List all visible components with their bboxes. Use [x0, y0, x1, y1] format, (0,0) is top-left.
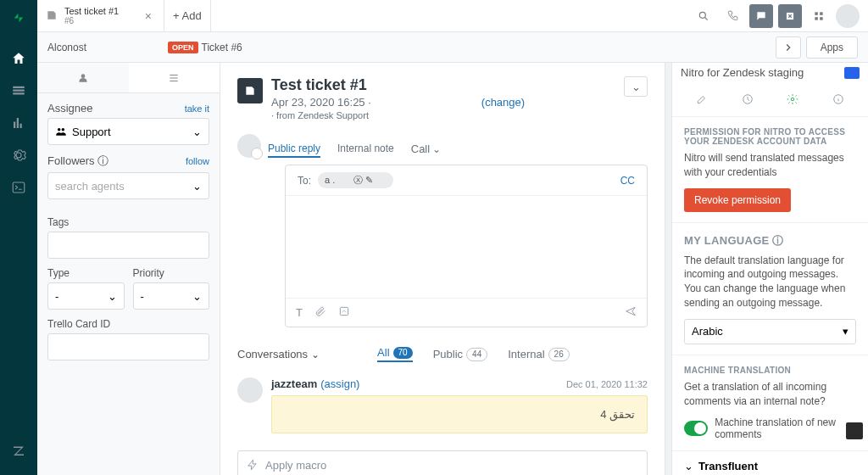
scroll-gutter[interactable]	[665, 63, 671, 475]
zendesk-z-icon[interactable]	[0, 434, 37, 467]
ticket-actions-dropdown[interactable]: ⌄	[624, 76, 648, 97]
comment-author[interactable]: jazzteam	[271, 377, 317, 390]
chevron-down-icon: ⌄	[684, 460, 693, 472]
filter-all[interactable]: All70	[377, 346, 413, 362]
filter-public[interactable]: Public44	[433, 348, 488, 361]
svg-point-9	[62, 128, 65, 131]
comment-row: jazzteam (assign) Dec 01, 2020 11:32 تحق…	[220, 369, 665, 442]
tags-label: Tags	[47, 216, 209, 228]
nav-console-icon[interactable]	[0, 171, 37, 204]
add-tab[interactable]: + Add	[164, 0, 211, 31]
svg-point-8	[58, 128, 61, 131]
svg-point-1	[699, 12, 705, 18]
app-tab-settings-icon[interactable]	[784, 91, 801, 108]
followers-label: Followers ⓘ	[47, 154, 108, 169]
follow-link[interactable]: follow	[186, 156, 209, 166]
change-requester-link[interactable]: (change)	[481, 96, 525, 109]
attachment-icon[interactable]	[314, 305, 326, 320]
comment-time: Dec 01, 2020 11:32	[566, 379, 648, 389]
svg-point-7	[81, 74, 85, 78]
app-title: Nitro for Zendesk staging	[681, 66, 804, 79]
app-tab-compose-icon[interactable]	[693, 91, 710, 108]
sidebar-tab-user-icon[interactable]	[37, 63, 129, 92]
ticket-tab[interactable]: Test ticket #1 #6 ×	[37, 0, 164, 31]
trello-input[interactable]	[47, 333, 209, 360]
main-column: Test ticket #1 #6 × + Add Alconost OPEN …	[37, 0, 868, 475]
apps-button[interactable]: Apps	[806, 36, 858, 59]
user-avatar[interactable]	[836, 4, 860, 28]
sidebar-tab-list-icon[interactable]	[129, 63, 220, 92]
to-label: To:	[298, 175, 311, 187]
talk-icon[interactable]	[778, 4, 802, 28]
ticket-title: Test ticket #1	[271, 76, 615, 94]
type-label: Type	[47, 267, 125, 279]
language-text: The default translation language for inc…	[684, 254, 856, 310]
nav-home-icon[interactable]	[0, 42, 37, 75]
ticket-center: Test ticket #1 Apr 23, 2020 16:25 ·(chan…	[220, 63, 665, 475]
commenter-avatar	[237, 377, 263, 403]
language-heading: MY LANGUAGE ⓘ	[684, 233, 856, 249]
mt-toggle-label: Machine translation of new comments	[715, 416, 856, 440]
app-tab-history-icon[interactable]	[739, 91, 756, 108]
ticket-id: Ticket #6	[202, 42, 242, 53]
emoji-icon[interactable]	[338, 305, 350, 320]
reply-textarea[interactable]	[286, 196, 647, 298]
svg-rect-6	[820, 17, 823, 20]
send-icon[interactable]	[625, 305, 637, 320]
recipient-chip[interactable]: a . ⓧ ✎	[318, 172, 393, 188]
nav-reports-icon[interactable]	[0, 107, 37, 139]
cc-button[interactable]: CC	[620, 175, 635, 187]
macro-select[interactable]: Apply macro	[237, 450, 648, 475]
phone-icon[interactable]	[721, 4, 744, 28]
tab-sub: #6	[64, 16, 119, 25]
assignee-select[interactable]: Support⌄	[47, 118, 209, 145]
mt-toggle[interactable]	[684, 421, 708, 436]
svg-rect-4	[820, 12, 823, 15]
call-tab[interactable]: Call ⌄	[411, 141, 442, 158]
left-rail	[0, 0, 37, 475]
zendesk-logo-icon[interactable]	[8, 7, 30, 29]
revoke-button[interactable]: Revoke permission	[684, 188, 791, 212]
conversations-dropdown[interactable]: Conversations ⌄	[237, 348, 320, 360]
text-format-icon[interactable]: T	[296, 306, 303, 319]
tags-input[interactable]	[47, 232, 209, 259]
svg-rect-0	[13, 182, 25, 193]
reply-editor: To: a . ⓧ ✎ CC T	[285, 165, 648, 327]
search-icon[interactable]	[692, 4, 715, 28]
apps-grid-icon[interactable]	[807, 4, 831, 28]
apps-panel: Nitro for Zendesk staging PERMISSION FOR…	[671, 63, 868, 475]
trello-label: Trello Card ID	[47, 318, 209, 330]
next-ticket-button[interactable]	[776, 36, 801, 59]
chat-icon[interactable]	[749, 4, 773, 28]
status-badge: OPEN	[168, 42, 198, 53]
followers-input[interactable]: search agents⌄	[47, 172, 209, 199]
nav-admin-icon[interactable]	[0, 139, 37, 171]
comment-body: تحقق 4	[271, 395, 648, 433]
permission-text: Nitro will send translated messages with…	[684, 151, 856, 180]
app-tab-info-icon[interactable]	[830, 91, 847, 108]
assign-link[interactable]: (assign)	[320, 377, 359, 390]
breadcrumb: Alconost OPEN Ticket #6 Apps	[37, 32, 868, 63]
priority-select[interactable]: -⌄	[133, 282, 210, 310]
svg-rect-10	[340, 307, 348, 315]
chevron-down-icon: ⌄	[192, 126, 202, 138]
svg-point-12	[792, 98, 795, 101]
svg-rect-3	[815, 12, 818, 15]
internal-note-tab[interactable]: Internal note	[337, 141, 394, 158]
close-icon[interactable]: ×	[142, 9, 155, 23]
corner-widget-icon[interactable]	[846, 422, 863, 439]
nav-views-icon[interactable]	[0, 75, 37, 107]
priority-label: Priority	[133, 267, 210, 279]
tab-title: Test ticket #1	[64, 6, 119, 16]
tabs-row: Test ticket #1 #6 × + Add	[37, 0, 868, 32]
public-reply-tab[interactable]: Public reply	[268, 141, 320, 158]
assignee-label: Assignee	[47, 102, 92, 115]
transfluent-section[interactable]: ⌄Transfluent	[672, 451, 868, 475]
take-it-link[interactable]: take it	[185, 103, 209, 114]
filter-internal[interactable]: Internal26	[508, 348, 570, 361]
permission-heading: PERMISSION FOR NITRO TO ACCESS YOUR ZEND…	[684, 127, 856, 146]
ticket-sidebar: Assigneetake it Support⌄ Followers ⓘfoll…	[37, 63, 220, 475]
type-select[interactable]: -⌄	[47, 282, 125, 310]
org-name[interactable]: Alconost	[47, 42, 86, 53]
language-select[interactable]: Arabic▾	[684, 319, 856, 344]
